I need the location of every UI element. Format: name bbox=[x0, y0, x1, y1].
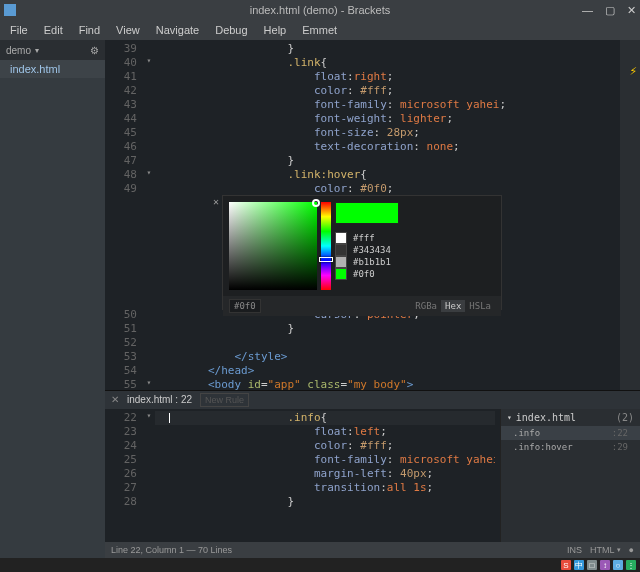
menu-view[interactable]: View bbox=[110, 22, 146, 38]
live-preview-icon[interactable]: ⚡ bbox=[630, 64, 637, 78]
project-dropdown[interactable]: demo▾ ⚙ bbox=[0, 40, 105, 60]
color-mode-hex[interactable]: Hex bbox=[441, 300, 465, 312]
swatch-row[interactable]: #fff bbox=[335, 232, 495, 244]
window-title: index.html (demo) - Brackets bbox=[250, 4, 391, 16]
menu-emmet[interactable]: Emmet bbox=[296, 22, 343, 38]
minimize-button[interactable]: — bbox=[582, 4, 593, 17]
rule-file-header[interactable]: ▾ index.html (2) bbox=[501, 409, 640, 426]
chevron-down-icon: ▾ bbox=[35, 46, 39, 55]
insert-mode[interactable]: INS bbox=[567, 545, 582, 555]
close-button[interactable]: ✕ bbox=[627, 4, 636, 17]
tray-icon[interactable]: ⋮ bbox=[626, 560, 636, 570]
original-color[interactable]: #0f0 bbox=[229, 299, 261, 313]
rule-list-item[interactable]: .info:hover:29 bbox=[501, 440, 640, 454]
editor-inline[interactable]: 22232425262728 ▾ .info{ float:left; colo… bbox=[105, 409, 640, 542]
language-mode[interactable]: HTML▾ bbox=[590, 545, 621, 555]
rule-list-panel: ▾ index.html (2) .info:22.info:hover:29 bbox=[500, 409, 640, 542]
menubar: FileEditFindViewNavigateDebugHelpEmmet bbox=[0, 20, 640, 40]
menu-file[interactable]: File bbox=[4, 22, 34, 38]
statusbar: Line 22, Column 1 — 70 Lines INS HTML▾ ● bbox=[105, 542, 640, 558]
swatch-row[interactable]: #343434 bbox=[335, 244, 495, 256]
close-icon[interactable]: ✕ bbox=[213, 196, 219, 207]
tray-icon[interactable]: ○ bbox=[613, 560, 623, 570]
gear-icon[interactable]: ⚙ bbox=[90, 45, 99, 56]
swatch-row[interactable]: #b1b1b1 bbox=[335, 256, 495, 268]
new-color-swatch bbox=[335, 202, 399, 224]
titlebar: index.html (demo) - Brackets — ▢ ✕ bbox=[0, 0, 640, 20]
rule-list-item[interactable]: .info:22 bbox=[501, 426, 640, 440]
sidebar: demo▾ ⚙ index.html bbox=[0, 40, 105, 558]
editor-top[interactable]: 3940414243444546474849 50515253545556575… bbox=[105, 40, 640, 390]
swatch[interactable] bbox=[335, 268, 347, 280]
app-icon bbox=[4, 4, 16, 16]
menu-help[interactable]: Help bbox=[258, 22, 293, 38]
tray-icon[interactable]: S bbox=[561, 560, 571, 570]
maximize-button[interactable]: ▢ bbox=[605, 4, 615, 17]
close-icon[interactable]: ✕ bbox=[111, 394, 119, 405]
tray-icon[interactable]: 中 bbox=[574, 560, 584, 570]
saturation-cursor[interactable] bbox=[312, 199, 320, 207]
menu-find[interactable]: Find bbox=[73, 22, 106, 38]
inline-editor-tabbar: ✕ index.html : 22 New Rule bbox=[105, 391, 640, 409]
chevron-down-icon: ▾ bbox=[507, 413, 512, 422]
swatch[interactable] bbox=[335, 232, 347, 244]
color-mode-hsla[interactable]: HSLa bbox=[465, 300, 495, 312]
new-rule-button[interactable]: New Rule bbox=[200, 393, 249, 407]
system-tray: S中□↕○⋮ bbox=[0, 558, 640, 572]
menu-edit[interactable]: Edit bbox=[38, 22, 69, 38]
color-picker[interactable]: ✕ #fff#343434#b1b1b1#0f0 #0f0 RGBaHexHSL… bbox=[222, 195, 502, 310]
inline-tab[interactable]: index.html : 22 bbox=[127, 394, 192, 405]
swatch[interactable] bbox=[335, 256, 347, 268]
status-indicator[interactable]: ● bbox=[629, 545, 634, 555]
swatch[interactable] bbox=[335, 244, 347, 256]
menu-debug[interactable]: Debug bbox=[209, 22, 253, 38]
tray-icon[interactable]: ↕ bbox=[600, 560, 610, 570]
right-gutter: ⚡ bbox=[620, 40, 640, 390]
menu-navigate[interactable]: Navigate bbox=[150, 22, 205, 38]
hue-strip[interactable] bbox=[321, 202, 331, 290]
swatch-row[interactable]: #0f0 bbox=[335, 268, 495, 280]
hue-slider[interactable] bbox=[319, 257, 333, 262]
file-item[interactable]: index.html bbox=[0, 60, 105, 78]
color-mode-rgba[interactable]: RGBa bbox=[411, 300, 441, 312]
saturation-box[interactable] bbox=[229, 202, 317, 290]
cursor-position[interactable]: Line 22, Column 1 — 70 Lines bbox=[111, 545, 232, 555]
tray-icon[interactable]: □ bbox=[587, 560, 597, 570]
